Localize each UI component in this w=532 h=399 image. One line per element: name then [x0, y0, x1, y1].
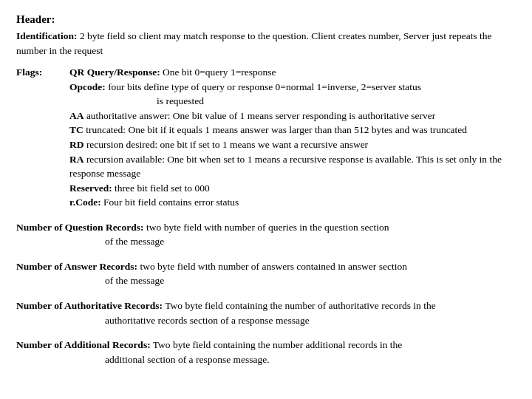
flag-qr: QR Query/Response: One bit 0=query 1=res…	[69, 65, 516, 80]
identification-text: 2 byte field so client may match respons…	[16, 30, 492, 56]
additional-records-cont: additional section of a response message…	[16, 352, 516, 367]
question-records-cont: of the message	[16, 234, 516, 249]
authoritative-records-cont: authoritative records section of a respo…	[16, 313, 516, 328]
answer-records-label: Number of Answer Records:	[16, 261, 137, 272]
authoritative-records-section: Number of Authoritative Records: Two byt…	[16, 299, 516, 327]
identification-label: Identification:	[16, 30, 78, 41]
flags-content: QR Query/Response: One bit 0=query 1=res…	[69, 65, 516, 210]
flag-reserved: Reserved: three bit field set to 000	[69, 181, 516, 196]
additional-records-label: Number of Additional Records:	[16, 339, 151, 350]
flag-rcode: r.Code: Four bit field contains error st…	[69, 195, 516, 210]
flag-opcode: Opcode: four bits define type of query o…	[69, 80, 516, 95]
question-records-section: Number of Question Records: two byte fie…	[16, 220, 516, 249]
authoritative-records-text: Two byte field containing the number of …	[163, 300, 436, 311]
identification-section: Identification: 2 byte field so client m…	[16, 29, 516, 58]
answer-records-cont: of the message	[16, 273, 516, 288]
additional-records-text: Two byte field containing the number add…	[151, 339, 403, 350]
question-records-text: two byte field with number of queries in…	[144, 222, 389, 233]
answer-records-text: two byte field with number of answers co…	[137, 261, 407, 272]
flags-section: Flags: QR Query/Response: One bit 0=quer…	[16, 65, 516, 210]
flag-rd: RD recursion desired: one bit if set to …	[69, 137, 516, 152]
flags-label: Flags:	[16, 65, 69, 210]
additional-records-section: Number of Additional Records: Two byte f…	[16, 338, 516, 366]
flag-aa: AA authoritative answer: One bit value o…	[69, 109, 516, 123]
flag-ra: RA recursion available: One bit when set…	[69, 152, 516, 181]
authoritative-records-label: Number of Authoritative Records:	[16, 300, 163, 311]
page-title: Header:	[16, 13, 516, 26]
answer-records-section: Number of Answer Records: two byte field…	[16, 259, 516, 288]
flag-tc: TC truncated: One bit if it equals 1 mea…	[69, 123, 516, 137]
flag-opcode-cont: is requested	[69, 94, 516, 109]
question-records-label: Number of Question Records:	[16, 222, 144, 233]
